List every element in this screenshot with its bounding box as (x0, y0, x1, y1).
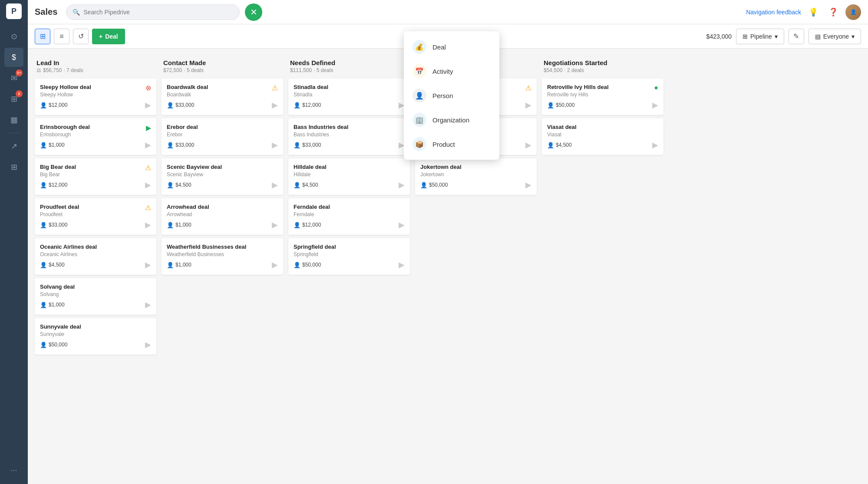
amount-value: $33,000 (175, 142, 194, 148)
forecast-view-button[interactable]: ↺ (73, 29, 89, 44)
search-bar[interactable]: 🔍 (66, 4, 240, 20)
card-navigate-icon[interactable]: ▶ (145, 340, 151, 349)
deal-card[interactable]: Boardwalk deal Boardwalk ⚠ 👤 $33,000 ▶ (162, 79, 283, 115)
avatar-initials: 👤 (850, 9, 857, 15)
card-amount: 👤 $1,000 (40, 142, 65, 148)
kanban-view-button[interactable]: ⊞ (35, 29, 50, 44)
lightbulb-button[interactable]: 💡 (805, 4, 821, 20)
card-navigate-icon[interactable]: ▶ (145, 300, 151, 309)
card-amount: 👤 $50,000 (547, 102, 574, 109)
status-icon: ⚠ (272, 84, 278, 92)
deal-card[interactable]: Viasat deal Viasat 👤 $4,500 ▶ (542, 119, 663, 155)
card-title: Sleepy Hollow deal (40, 84, 151, 90)
calendar-badge: 6 (16, 90, 23, 97)
dropdown-item-organization[interactable]: 🏢 Organization (404, 108, 499, 132)
deal-card[interactable]: Weatherfield Businesses deal Weatherfiel… (162, 238, 283, 275)
deal-card[interactable]: Retroville Ivy Hills deal Retroville Ivy… (542, 79, 663, 115)
deal-card[interactable]: Ferndale deal Ferndale 👤 $12,000 ▶ (288, 198, 410, 235)
edit-button[interactable]: ✎ (789, 29, 804, 44)
card-navigate-icon[interactable]: ▶ (272, 260, 278, 270)
card-footer: 👤 $4,500 ▶ (167, 180, 278, 190)
dropdown-item-activity[interactable]: 📅 Activity (404, 59, 499, 83)
deal-card[interactable]: Bass Industries deal Bass Industries 👤 $… (288, 119, 410, 155)
deal-card[interactable]: Springfield deal Springfield 👤 $50,000 ▶ (288, 238, 410, 275)
card-navigate-icon[interactable]: ▶ (652, 100, 658, 110)
deal-card[interactable]: Big Bear deal Big Bear ⚠ 👤 $12,000 ▶ (35, 158, 156, 195)
deal-card[interactable]: Stinadla deal Stinadla 👤 $12,000 ▶ (288, 79, 410, 115)
dropdown-item-product[interactable]: 📦 Product (404, 132, 499, 156)
sidebar-item-home[interactable]: ⊙ (4, 27, 23, 46)
card-title: Oceanic Airlines deal (40, 244, 151, 250)
card-navigate-icon[interactable]: ▶ (145, 220, 151, 230)
deal-card[interactable]: Arrowhead deal Arrowhead 👤 $1,000 ▶ (162, 198, 283, 235)
sidebar-item-calendar[interactable]: ⊞ 6 (4, 89, 23, 109)
card-footer: 👤 $50,000 ▶ (547, 100, 658, 110)
everyone-chevron-icon: ▾ (851, 33, 855, 40)
dropdown-item-person[interactable]: 👤 Person (404, 83, 499, 108)
avatar[interactable]: 👤 (845, 4, 861, 20)
pipeline-button[interactable]: ⊞ Pipeline ▾ (736, 29, 784, 44)
card-navigate-icon[interactable]: ▶ (525, 100, 531, 110)
card-subtitle: Sunnyvale (40, 331, 151, 337)
more-icon: ··· (10, 466, 17, 475)
sidebar-item-mail[interactable]: ✉ 9+ (4, 69, 23, 88)
card-footer: 👤 $50,000 ▶ (420, 180, 531, 190)
sidebar-item-box[interactable]: ⊞ (4, 158, 23, 177)
card-subtitle: Sleepy Hollow (40, 92, 151, 98)
sidebar-item-deals[interactable]: $ (4, 48, 23, 67)
deal-card[interactable]: Hilldale deal Hilldale 👤 $4,500 ▶ (288, 158, 410, 195)
card-navigate-icon[interactable]: ▶ (272, 180, 278, 190)
list-view-button[interactable]: ≡ (54, 29, 69, 44)
card-amount: 👤 $33,000 (294, 142, 321, 148)
deal-card[interactable]: Sunnyvale deal Sunnyvale 👤 $50,000 ▶ (35, 318, 156, 355)
deal-card[interactable]: Proudfeet deal Proudfeet ⚠ 👤 $33,000 ▶ (35, 198, 156, 235)
sidebar-item-chart[interactable]: ↗ (4, 137, 23, 156)
card-footer: 👤 $12,000 ▶ (40, 180, 151, 190)
card-navigate-icon[interactable]: ▶ (399, 260, 405, 270)
card-navigate-icon[interactable]: ▶ (399, 180, 405, 190)
card-navigate-icon[interactable]: ▶ (145, 140, 151, 150)
deal-card[interactable]: Erebor deal Erebor 👤 $33,000 ▶ (162, 119, 283, 155)
deal-card[interactable]: Solvang deal Solvang 👤 $1,000 ▶ (35, 278, 156, 315)
deal-card[interactable]: Jokertown deal Jokertown 👤 $50,000 ▶ (415, 158, 537, 195)
sidebar-item-more[interactable]: ··· (4, 461, 23, 480)
deal-card[interactable]: Sleepy Hollow deal Sleepy Hollow ⊗ 👤 $12… (35, 79, 156, 115)
everyone-filter-button[interactable]: ▤ Everyone ▾ (809, 29, 861, 44)
topnav: Sales 🔍 ✕ Navigation feedback 💡 ❓ 👤 (28, 0, 868, 24)
card-title: Erebor deal (167, 124, 278, 130)
dropdown-item-deal[interactable]: 💰 Deal (404, 35, 499, 59)
card-navigate-icon[interactable]: ▶ (272, 220, 278, 230)
card-footer: 👤 $1,000 ▶ (40, 140, 151, 150)
card-footer: 👤 $1,000 ▶ (167, 260, 278, 270)
edit-icon: ✎ (793, 32, 799, 40)
card-navigate-icon[interactable]: ▶ (525, 180, 531, 190)
card-navigate-icon[interactable]: ▶ (525, 140, 531, 150)
card-navigate-icon[interactable]: ▶ (272, 140, 278, 150)
nav-feedback-link[interactable]: Navigation feedback (746, 9, 801, 16)
lightbulb-icon: 💡 (809, 7, 818, 17)
sidebar-item-table[interactable]: ▦ (4, 110, 23, 129)
card-navigate-icon[interactable]: ▶ (145, 260, 151, 270)
amount-value: $12,000 (49, 102, 67, 108)
sidebar-logo[interactable]: P (6, 3, 22, 19)
deal-card[interactable]: Scenic Bayview deal Scenic Bayview 👤 $4,… (162, 158, 283, 195)
card-navigate-icon[interactable]: ▶ (652, 140, 658, 150)
pipeline-chevron-icon: ▾ (775, 33, 778, 40)
card-amount: 👤 $33,000 (40, 222, 67, 228)
card-navigate-icon[interactable]: ▶ (145, 180, 151, 190)
pipeline-label: Pipeline (750, 33, 772, 40)
add-deal-button[interactable]: + Deal (92, 29, 125, 44)
deal-card[interactable]: Oceanic Airlines deal Oceanic Airlines 👤… (35, 238, 156, 275)
card-navigate-icon[interactable]: ▶ (399, 220, 405, 230)
card-navigate-icon[interactable]: ▶ (272, 100, 278, 110)
column-amount: $54,500 (544, 67, 562, 73)
help-button[interactable]: ❓ (825, 4, 841, 20)
amount-value: $1,000 (49, 142, 65, 148)
dropdown-activity-label: Activity (432, 68, 453, 75)
card-footer: 👤 $12,000 ▶ (294, 100, 405, 110)
close-button[interactable]: ✕ (245, 3, 262, 21)
card-navigate-icon[interactable]: ▶ (145, 100, 151, 110)
amount-value: $1,000 (175, 262, 191, 268)
deal-card[interactable]: Erinsborough deal Erinsborough ▶ 👤 $1,00… (35, 119, 156, 155)
search-input[interactable] (83, 9, 233, 16)
